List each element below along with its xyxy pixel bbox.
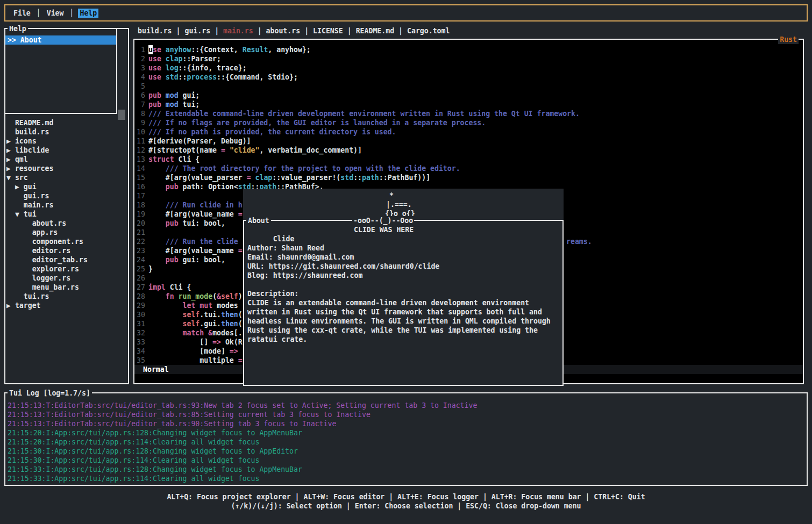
tree-item-gui-rs[interactable]: gui.rs <box>6 191 127 200</box>
tree-item-build-rs[interactable]: build.rs <box>6 127 127 137</box>
log-line: 21:15:13:T:EditorTab:src/tui/editor_tab.… <box>6 401 806 410</box>
line-number: 28 <box>134 292 145 301</box>
help-dropdown-title: Help <box>8 24 28 33</box>
tab-gui-rs[interactable]: gui.rs <box>184 27 210 35</box>
line-number: 21 <box>134 228 145 237</box>
about-popup-row <box>247 280 562 289</box>
tree-item-tui-rs[interactable]: tui.rs <box>6 292 127 301</box>
log-line: 21:15:20:I:App:src/tui/app.rs:128:Changi… <box>6 428 806 437</box>
line-number: 2 <box>134 54 145 63</box>
tree-item-target[interactable]: ▶ target <box>6 301 127 310</box>
tab-main-rs[interactable]: main.rs <box>223 27 253 35</box>
about-popup-row: Email: shaunrd0@gmail.com <box>247 253 562 262</box>
code-line[interactable]: 12#[structopt(name = "clide", verbatim_d… <box>134 146 803 155</box>
vim-mode-indicator: Normal <box>134 365 169 374</box>
line-number: 3 <box>134 63 145 73</box>
tree-item-editor-rs[interactable]: editor.rs <box>6 246 127 255</box>
tree-item-editor-tab-rs[interactable]: editor_tab.rs <box>6 255 127 264</box>
line-number: 34 <box>134 347 145 356</box>
log-line: 21:15:33:I:App:src/tui/app.rs:114:Cleari… <box>6 474 806 483</box>
menu-item-file[interactable]: File <box>12 9 32 18</box>
tree-item-logger-rs[interactable]: logger.rs <box>6 274 127 283</box>
code-line[interactable]: 15 #[arg(value_parser = clap::value_pars… <box>134 173 803 182</box>
line-number: 22 <box>134 237 145 246</box>
code-line[interactable]: 7pub mod tui; <box>134 100 803 109</box>
about-popup-row: Blog: https://shaunreed.com <box>247 271 562 280</box>
about-popup-row: URL: https://git.shaunreed.com/shaunrd0/… <box>247 262 562 271</box>
about-popup: *|.===.{}o o{} About -ooO--(_)--Ooo Clid… <box>243 189 564 386</box>
about-popup-row: Author: Shaun Reed <box>247 243 562 253</box>
ascii-art-border: -ooO--(_)--Ooo <box>352 216 414 225</box>
code-line[interactable]: 10/// If no path is provided, the curren… <box>134 127 803 137</box>
code-line[interactable]: 2use clap::Parser; <box>134 54 803 63</box>
tree-item-component-rs[interactable]: component.rs <box>6 237 127 246</box>
about-popup-row: CLIDE is an extendable command-line driv… <box>247 298 562 307</box>
ascii-art-line: |.===. <box>386 200 412 209</box>
tree-item-src[interactable]: ▼ src <box>6 173 127 182</box>
line-number: 30 <box>134 310 145 319</box>
tab-license[interactable]: LICENSE <box>313 27 343 35</box>
tree-item-explorer-rs[interactable]: explorer.rs <box>6 264 127 274</box>
code-line[interactable]: 14 /// The root directory for the projec… <box>134 164 803 173</box>
code-line[interactable]: 9/// If no flags are provided, the GUI e… <box>134 118 803 127</box>
code-line[interactable]: 6pub mod gui; <box>134 91 803 100</box>
log-line: 21:15:33:I:App:src/tui/app.rs:128:Changi… <box>6 465 806 474</box>
explorer-scrollbar-thumb[interactable] <box>118 110 125 120</box>
tree-item-icons[interactable]: ▶ icons <box>6 137 127 146</box>
tree-item-app-rs[interactable]: app.rs <box>6 228 127 237</box>
tree-item-menu-bar-rs[interactable]: menu_bar.rs <box>6 283 127 292</box>
tab-readme-md[interactable]: README.md <box>356 27 394 35</box>
code-line-22-tail: reams. <box>566 237 592 246</box>
about-popup-row: Description: <box>247 289 562 298</box>
ascii-art-line: * <box>389 191 394 200</box>
line-number: 4 <box>134 73 145 82</box>
tab-cargo-toml[interactable]: Cargo.toml <box>407 27 450 35</box>
line-number: 23 <box>134 246 145 255</box>
tui-log-panel[interactable]: Tui Log [log=1.7/s] 21:15:13:T:EditorTab… <box>4 392 808 486</box>
tree-item-readme-md[interactable]: README.md <box>6 118 127 127</box>
menu-item-view[interactable]: View <box>45 9 66 18</box>
code-line[interactable]: 3use log::{info, trace}; <box>134 63 803 73</box>
log-line: 21:15:13:T:EditorTab:src/tui/editor_tab.… <box>6 419 806 428</box>
menu-item-help[interactable]: Help <box>78 9 98 18</box>
tree-item-resources[interactable]: ▶ resources <box>6 164 127 173</box>
tui-log-title: Tui Log [log=1.7/s] <box>8 389 92 398</box>
log-lines: 21:15:13:T:EditorTab:src/tui/editor_tab.… <box>6 401 806 483</box>
code-line[interactable]: 13struct Cli { <box>134 155 803 164</box>
line-number: 14 <box>134 164 145 173</box>
tree-item-about-rs[interactable]: about.rs <box>6 219 127 228</box>
code-line[interactable]: 4use std::process::{Command, Stdio}; <box>134 73 803 82</box>
code-line[interactable]: 5 <box>134 82 803 91</box>
dropdown-item-about[interactable]: >> About <box>5 35 116 45</box>
tree-item-gui[interactable]: ▶ gui <box>6 182 127 191</box>
about-popup-box: About -ooO--(_)--Ooo Clide CLIDE WAS HER… <box>243 220 564 386</box>
log-line: 21:15:30:I:App:src/tui/app.rs:114:Cleari… <box>6 456 806 465</box>
ascii-art: *|.===.{}o o{} <box>243 189 564 220</box>
tab-about-rs[interactable]: about.rs <box>266 27 301 35</box>
line-number: 1 <box>134 45 145 54</box>
line-number: 6 <box>134 91 145 100</box>
line-number: 26 <box>134 274 145 283</box>
line-number: 9 <box>134 118 145 127</box>
tree-item-libclide[interactable]: ▶ libclide <box>6 146 127 155</box>
tree-item-main-rs[interactable]: main.rs <box>6 200 127 210</box>
tree-item-qml[interactable]: ▶ qml <box>6 155 127 164</box>
tree-item-tui[interactable]: ▼ tui <box>6 210 127 219</box>
line-number: 13 <box>134 155 145 164</box>
line-number: 10 <box>134 127 145 137</box>
log-line: 21:15:30:I:App:src/tui/app.rs:128:Changi… <box>6 447 806 456</box>
code-line[interactable]: 11#[derive(Parser, Debug)] <box>134 137 803 146</box>
line-number: 8 <box>134 109 145 118</box>
code-line[interactable]: 1use anyhow::{Context, Result, anyhow}; <box>134 45 803 54</box>
about-app-row: Clide CLIDE WAS HERE <box>247 225 562 234</box>
tab-separator: | <box>258 27 262 35</box>
language-badge: Rust <box>778 35 799 44</box>
line-number: 20 <box>134 219 145 228</box>
code-line[interactable]: 8/// Extendable command-line driven deve… <box>134 109 803 118</box>
help-menu-dropdown: Help >> About <box>4 28 117 114</box>
line-number: 15 <box>134 173 145 182</box>
tab-separator: | <box>304 27 309 35</box>
about-popup-row: Rust using the cxx-qt crate, while the T… <box>247 326 562 335</box>
about-popup-row: written in Rust using the Qt UI framewor… <box>247 307 562 317</box>
tab-build-rs[interactable]: build.rs <box>138 27 172 35</box>
